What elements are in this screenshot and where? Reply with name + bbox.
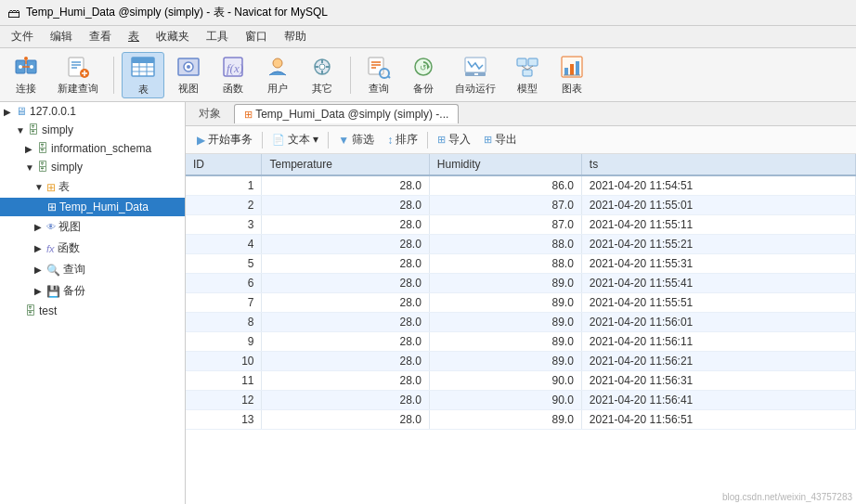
sort-icon: ↕ bbox=[387, 134, 393, 147]
svg-rect-45 bbox=[528, 58, 538, 66]
menu-help[interactable]: 帮助 bbox=[277, 27, 314, 46]
backup-label: 备份 bbox=[413, 82, 434, 96]
svg-line-37 bbox=[388, 76, 390, 78]
table-row[interactable]: 1 28.0 86.0 2021-04-20 11:54:51 bbox=[186, 175, 856, 196]
expand-arrow: ▶ bbox=[34, 286, 44, 296]
cell-temperature: 28.0 bbox=[262, 391, 429, 410]
begin-tx-button[interactable]: ▶ 开始事务 bbox=[191, 130, 258, 149]
cell-id: 9 bbox=[186, 332, 262, 352]
autorun-button[interactable]: 自动运行 bbox=[447, 52, 503, 98]
svg-point-22 bbox=[187, 65, 190, 69]
tab-object[interactable]: 对象 bbox=[189, 103, 230, 124]
filter-icon: ▼ bbox=[338, 134, 349, 147]
table-row[interactable]: 8 28.0 89.0 2021-04-20 11:56:01 bbox=[186, 313, 856, 332]
cell-humidity: 87.0 bbox=[429, 196, 581, 215]
menu-file[interactable]: 文件 bbox=[4, 27, 41, 46]
main-layout: ▶ 🖥 127.0.0.1 ▼ 🗄 simply ▶ 🗄 information… bbox=[0, 102, 856, 504]
menu-view[interactable]: 查看 bbox=[82, 27, 119, 46]
col-header-humidity: Humidity bbox=[429, 154, 581, 175]
sidebar-item-simply-db[interactable]: ▼ 🗄 simply bbox=[0, 158, 185, 176]
cell-humidity: 86.0 bbox=[429, 175, 581, 196]
sidebar: ▶ 🖥 127.0.0.1 ▼ 🗄 simply ▶ 🗄 information… bbox=[0, 102, 186, 504]
sidebar-item-functions[interactable]: ▶ fx 函数 bbox=[0, 238, 185, 259]
table-row[interactable]: 6 28.0 89.0 2021-04-20 11:55:41 bbox=[186, 274, 856, 293]
cell-id: 12 bbox=[186, 391, 262, 410]
menu-tools[interactable]: 工具 bbox=[199, 27, 236, 46]
user-icon bbox=[265, 55, 291, 79]
svg-text:f(x): f(x) bbox=[227, 61, 243, 75]
server-icon: 🖥 bbox=[16, 105, 27, 118]
table-row[interactable]: 4 28.0 88.0 2021-04-20 11:55:21 bbox=[186, 235, 856, 254]
sidebar-item-temp-humi[interactable]: ⊞ Temp_Humi_Data bbox=[0, 198, 185, 216]
sidebar-item-tables-folder[interactable]: ▼ ⊞ 表 bbox=[0, 176, 185, 198]
function-button[interactable]: f(x) 函数 bbox=[213, 52, 253, 98]
connect-button[interactable]: 连接 bbox=[6, 52, 46, 98]
cell-ts: 2021-04-20 11:54:51 bbox=[581, 175, 855, 196]
table-row[interactable]: 11 28.0 90.0 2021-04-20 11:56:31 bbox=[186, 371, 856, 391]
text-button[interactable]: 📄 文本 ▾ bbox=[266, 130, 324, 149]
cell-ts: 2021-04-20 11:55:11 bbox=[581, 215, 855, 235]
menu-window[interactable]: 窗口 bbox=[238, 27, 275, 46]
menu-favorites[interactable]: 收藏夹 bbox=[149, 27, 197, 46]
menu-edit[interactable]: 编辑 bbox=[43, 27, 80, 46]
new-query-button[interactable]: 新建查询 bbox=[50, 52, 106, 98]
export-label: 导出 bbox=[495, 132, 517, 148]
backup-button[interactable]: ↺ 备份 bbox=[403, 52, 444, 98]
ip-label: 127.0.0.1 bbox=[30, 105, 76, 118]
menu-table[interactable]: 表 bbox=[121, 27, 147, 46]
views-label: 视图 bbox=[58, 219, 81, 235]
cell-id: 11 bbox=[186, 371, 262, 391]
cell-temperature: 28.0 bbox=[262, 332, 429, 352]
cell-ts: 2021-04-20 11:55:01 bbox=[581, 196, 855, 215]
user-button[interactable]: 用户 bbox=[257, 52, 298, 98]
view-button[interactable]: 视图 bbox=[168, 52, 209, 98]
chart-button[interactable]: 图表 bbox=[551, 52, 592, 98]
separator-2 bbox=[350, 57, 351, 94]
functions-icon: fx bbox=[46, 243, 55, 254]
tab-label: Temp_Humi_Data @simply (simply) -... bbox=[255, 108, 448, 121]
sidebar-item-info-schema[interactable]: ▶ 🗄 information_schema bbox=[0, 139, 185, 158]
cell-temperature: 28.0 bbox=[262, 235, 429, 254]
tables-folder-icon: ⊞ bbox=[46, 181, 56, 194]
separator-1 bbox=[113, 57, 114, 94]
table-button[interactable]: 表 bbox=[122, 52, 164, 98]
cell-temperature: 28.0 bbox=[262, 410, 429, 430]
title-bar: 🗃 Temp_Humi_Data @simply (simply) - 表 - … bbox=[0, 0, 856, 26]
table-row[interactable]: 12 28.0 90.0 2021-04-20 11:56:41 bbox=[186, 391, 856, 410]
other-button[interactable]: 其它 bbox=[302, 52, 343, 98]
table-row[interactable]: 3 28.0 87.0 2021-04-20 11:55:11 bbox=[186, 215, 856, 235]
table-row[interactable]: 13 28.0 89.0 2021-04-20 11:56:51 bbox=[186, 410, 856, 430]
filter-button[interactable]: ▼ 筛选 bbox=[332, 130, 380, 149]
svg-point-2 bbox=[19, 65, 22, 69]
connect-label: 连接 bbox=[16, 82, 36, 96]
sub-toolbar: ▶ 开始事务 📄 文本 ▾ ▼ 筛选 ↕ 排序 ⊞ 导入 bbox=[186, 126, 856, 154]
sidebar-item-ip[interactable]: ▶ 🖥 127.0.0.1 bbox=[0, 102, 185, 121]
table-row[interactable]: 10 28.0 89.0 2021-04-20 11:56:21 bbox=[186, 352, 856, 371]
table-row[interactable]: 5 28.0 88.0 2021-04-20 11:55:31 bbox=[186, 254, 856, 274]
import-button[interactable]: ⊞ 导入 bbox=[432, 130, 476, 149]
sidebar-item-test[interactable]: 🗄 test bbox=[0, 302, 185, 320]
title-bar-text: Temp_Humi_Data @simply (simply) - 表 - Na… bbox=[26, 5, 328, 20]
model-button[interactable]: 模型 bbox=[507, 52, 548, 98]
cell-humidity: 90.0 bbox=[429, 371, 581, 391]
table-row[interactable]: 7 28.0 89.0 2021-04-20 11:55:51 bbox=[186, 293, 856, 313]
table-row[interactable]: 2 28.0 87.0 2021-04-20 11:55:01 bbox=[186, 196, 856, 215]
sort-button[interactable]: ↕ 排序 bbox=[382, 130, 423, 149]
cell-ts: 2021-04-20 11:56:51 bbox=[581, 410, 855, 430]
cell-temperature: 28.0 bbox=[262, 175, 429, 196]
cell-temperature: 28.0 bbox=[262, 215, 429, 235]
tab-temp-humi-data[interactable]: ⊞ Temp_Humi_Data @simply (simply) -... bbox=[234, 104, 459, 123]
sidebar-item-simply-root[interactable]: ▼ 🗄 simply bbox=[0, 121, 185, 139]
sidebar-item-backup[interactable]: ▶ 💾 备份 bbox=[0, 280, 185, 302]
expand-arrow: ▶ bbox=[4, 107, 13, 117]
cell-ts: 2021-04-20 11:56:31 bbox=[581, 371, 855, 391]
import-label: 导入 bbox=[448, 132, 471, 148]
cell-ts: 2021-04-20 11:55:21 bbox=[581, 235, 855, 254]
export-button[interactable]: ⊞ 导出 bbox=[478, 130, 523, 149]
table-row[interactable]: 9 28.0 89.0 2021-04-20 11:56:11 bbox=[186, 332, 856, 352]
sidebar-item-views[interactable]: ▶ 👁 视图 bbox=[0, 216, 185, 238]
expand-arrow: ▼ bbox=[16, 125, 25, 136]
sidebar-item-queries[interactable]: ▶ 🔍 查询 bbox=[0, 259, 185, 280]
queries-icon: 🔍 bbox=[46, 264, 60, 277]
query-button[interactable]: 查询 bbox=[358, 52, 399, 98]
